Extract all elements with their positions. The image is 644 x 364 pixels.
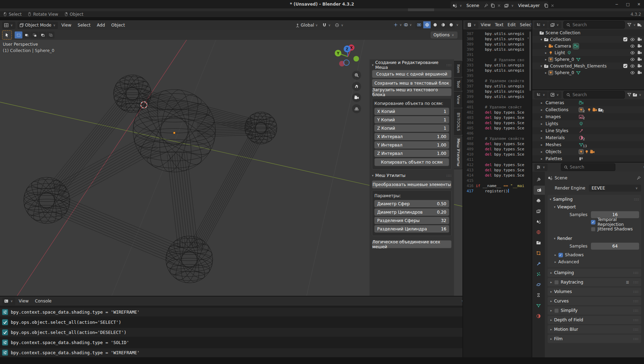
boolean-union-button[interactable]: Логическое объединение всех мешей [372,240,452,248]
panel-curves[interactable]: ▸Curves∷∷ [548,297,641,305]
console-log-line[interactable]: bpy.ops.object.select_all(action='SELECT… [0,318,462,327]
pan-hand-icon[interactable] [352,82,361,91]
code-line-401[interactable]: 401 # Удаляем свойст [463,105,532,110]
npanel-tab-by-tools[interactable]: BY-TOOLS [454,108,462,135]
copy-field-1[interactable]: Y Копий1 [374,116,449,123]
panel-grip[interactable]: ∷∷ [446,174,452,178]
checkbox[interactable] [554,280,559,285]
blend-file-row-palettes[interactable]: ▸Palettes [532,155,644,162]
outliner-row-scene-collection[interactable]: Scene Collection [532,29,644,36]
render-engine-dropdown[interactable]: EEVEE ∨ [589,185,641,192]
viewport-menu-view[interactable]: View [59,23,74,28]
outliner-search-input[interactable]: Search [563,91,625,99]
console-log-line[interactable]: bpy.ops.object.select_all(action='DESELE… [0,328,462,337]
editor-type-button[interactable]: ∨ [2,22,15,29]
expander-icon[interactable]: ▸ [539,108,544,112]
select-mode-new[interactable] [15,31,22,38]
minimize-button[interactable]: − [615,2,618,7]
render-visibility-icon[interactable] [637,37,642,42]
select-mode-invert[interactable] [39,31,46,38]
zoom-icon[interactable] [352,71,361,80]
expander-icon[interactable]: ▸ [539,115,544,119]
maximize-button[interactable]: □ [626,2,629,7]
render-visibility-icon[interactable] [637,70,642,75]
panel-depth-of-field[interactable]: ▸Depth of Field∷∷ [548,316,641,324]
info-console[interactable]: ∨ View Console ∨ bpy.context.space_data.… [0,297,462,357]
shadows-label[interactable]: Shadows [565,252,584,257]
panel-volumes[interactable]: ▸Volumes∷∷ [548,287,641,296]
expander-icon[interactable]: ▸ [543,51,548,55]
shading-solid-icon[interactable] [431,21,439,28]
exclude-checkbox-icon[interactable] [623,37,628,42]
param-field-0[interactable]: Диаметр Сфер0.50 [374,200,449,207]
console-log-line[interactable]: bpy.context.space_data.shading.type = 'W… [0,348,462,357]
filter-funnel-icon[interactable] [627,92,632,97]
collection-filter-icon[interactable] [632,92,637,97]
properties-tab-view-layer[interactable] [532,207,545,216]
scene-selector[interactable]: ∨ Scene [451,1,503,9]
blend-file-row-materials[interactable]: ▸Materials2 [532,134,644,141]
outliner-item-label[interactable]: Camera [553,44,573,49]
code-line-393[interactable]: 393 bpy.utils.unregis [463,63,532,68]
code-line-400[interactable]: 400 [463,100,532,105]
snap-magnet-icon[interactable] [322,23,327,28]
code-line-398[interactable]: 398 bpy.utils.unregis [463,89,532,94]
outliner-row-light[interactable]: ▸Light [532,49,644,56]
properties-tab-constraints[interactable] [532,291,545,300]
expander-icon[interactable]: ▸ [543,44,548,48]
viewport-menu-select[interactable]: Select [75,23,93,28]
panel-header-mesh-utils[interactable]: ▾ Меш Утилиты ∷∷ [372,172,452,179]
outliner-item-label[interactable]: Sphere_0 [553,57,576,62]
datablock-category-label[interactable]: Palettes [544,156,578,161]
properties-tab-tool[interactable] [532,175,545,184]
breadcrumb[interactable]: Scene [555,176,568,180]
editor-type-button[interactable]: ∨ [2,298,15,305]
text-menu-view[interactable]: View [479,22,492,27]
code-line-413[interactable]: 413 del bpy.types.Sce [463,168,532,173]
outliner-row-converted_mesh_elements[interactable]: ▾Converted_Mesh_Elements [532,63,644,69]
eye-icon[interactable] [630,70,635,75]
code-line-391[interactable]: 391 [463,52,532,58]
blend-file-row-objects[interactable]: ▸Objects [532,148,644,155]
panel-motion-blur[interactable]: ▸Motion Blur∷∷ [548,325,641,334]
text-scrollbar[interactable] [529,31,531,91]
code-line-392[interactable]: 392 # Удаляем сво [463,58,532,63]
properties-editor[interactable]: ∨ Search ∨ Scene Render Engine EEVEE ∨ [532,163,644,357]
copy-field-3[interactable]: X Интервал1.00 [374,133,449,140]
properties-tab-scene[interactable] [532,217,545,226]
panel-grip[interactable]: ∷∷ [633,290,638,294]
camera-view-icon[interactable] [352,93,361,102]
expander-icon[interactable]: ▸ [539,150,544,154]
blend-file-outliner[interactable]: ∨ ∨ Search ∨ ▸Cameras▸Collections22▸Imag… [532,90,644,162]
render-visibility-icon[interactable] [637,50,642,55]
view-layer-name[interactable]: ViewLayer [516,3,542,8]
code-line-397[interactable]: 397 bpy.utils.unregis [463,84,532,89]
datablock-category-label[interactable]: Objects [544,149,578,154]
select-mode-intersect[interactable] [47,31,54,38]
text-menu-edit[interactable]: Edit [506,22,517,27]
panel-clamping[interactable]: ▸Clamping∷∷ [548,269,641,277]
mode-dropdown[interactable]: Object Mode ∨ [17,22,58,29]
render-subpanel-header[interactable]: ▾ Render [550,235,639,242]
mesh-tool-button-2[interactable]: Загрузить меш из текстового блока [372,88,452,96]
new-collection-icon[interactable] [637,22,642,27]
remove-view-layer-icon[interactable] [550,3,555,8]
pin-icon[interactable] [484,3,489,8]
expander-icon[interactable]: ▸ [539,101,544,105]
properties-tab-modifiers[interactable] [532,259,545,268]
code-line-403[interactable]: 403 del bpy.types.Sce [463,115,532,121]
viewport-subpanel-header[interactable]: ▾ Viewport [550,203,639,211]
npanel-tab-item[interactable]: Item [454,61,462,77]
3d-viewport[interactable]: ∨ Object Mode ∨ View Select Add Object G… [0,20,462,296]
code-line-411[interactable]: 411 [463,157,532,163]
datablock-category-label[interactable]: Materials [544,135,578,140]
properties-options-icon[interactable]: ∨ [642,165,644,169]
properties-tab-object[interactable] [532,249,545,258]
shading-material-icon[interactable] [439,21,447,28]
render-visibility-icon[interactable] [637,64,642,68]
code-line-417[interactable]: 417 register() [463,189,532,194]
grid-view-icon[interactable] [352,104,361,113]
new-scene-icon[interactable] [490,3,495,8]
blend-file-row-collections[interactable]: ▸Collections22 [532,106,644,113]
npanel-tab-меш-утилиты[interactable]: Меш Утилиты [454,136,462,169]
